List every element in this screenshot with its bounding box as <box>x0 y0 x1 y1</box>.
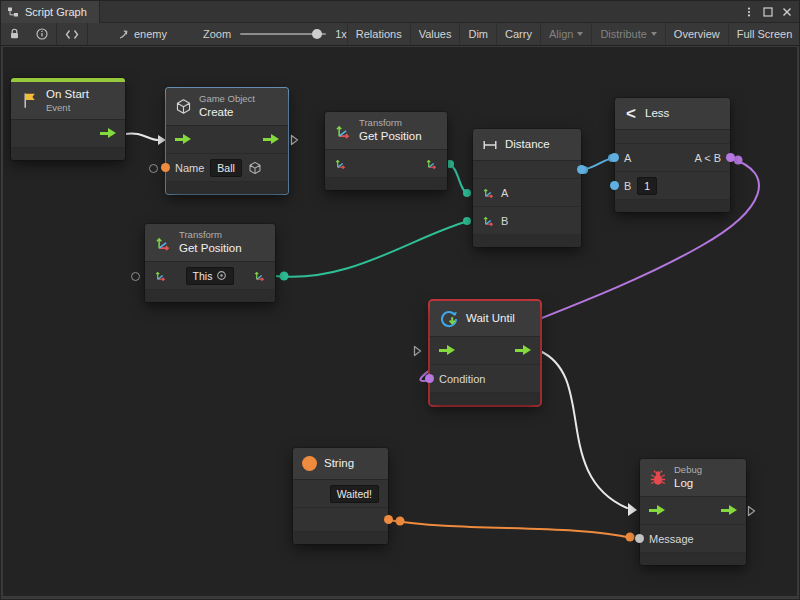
node-title: Get Position <box>359 129 422 143</box>
flow-input-port[interactable] <box>175 134 191 145</box>
distance-icon <box>482 137 498 153</box>
window-menu-icon[interactable] <box>744 7 754 17</box>
wire-endpoint <box>463 189 471 197</box>
empty-flow-port-icon[interactable] <box>413 345 422 357</box>
carry-button[interactable]: Carry <box>496 23 540 45</box>
zoom-slider-handle[interactable] <box>312 29 322 39</box>
float-input-port-a[interactable] <box>610 153 619 162</box>
node-header: Transform Get Position <box>325 112 447 150</box>
lock-button[interactable] <box>1 23 28 45</box>
vector-input-port-icon[interactable] <box>154 269 167 282</box>
node-wait-until[interactable]: Wait Until Condition <box>430 301 540 405</box>
output-label: A < B <box>694 152 721 164</box>
port-row-a: A A < B <box>615 144 730 172</box>
graph-canvas[interactable]: On Start Event Game Object Create <box>3 47 797 596</box>
empty-flow-port-icon[interactable] <box>290 134 299 146</box>
vector-input-port-icon[interactable] <box>334 157 347 170</box>
empty-value-port[interactable] <box>149 164 158 173</box>
zoom-slider[interactable] <box>240 33 326 35</box>
float-input-port-b[interactable] <box>610 181 619 190</box>
port-label: Condition <box>439 373 485 385</box>
node-header: Wait Until <box>430 301 540 337</box>
close-icon[interactable] <box>782 7 792 17</box>
flow-output-port[interactable] <box>100 128 116 139</box>
node-footer <box>325 178 447 190</box>
values-button[interactable]: Values <box>410 23 460 45</box>
node-get-position-a[interactable]: Transform Get Position <box>325 112 447 190</box>
relations-button[interactable]: Relations <box>347 23 410 45</box>
string-value-field[interactable]: Waited! <box>330 485 379 503</box>
node-distance[interactable]: Distance A B <box>473 129 581 247</box>
port-row-b: B 1 <box>615 172 730 200</box>
node-footer <box>430 393 540 405</box>
dropdown-caret-icon <box>651 32 657 36</box>
node-category: Game Object <box>199 93 255 105</box>
name-field[interactable]: Ball <box>210 159 242 177</box>
message-input-port[interactable] <box>635 534 644 543</box>
unity-window: Script Graph enemy Zoom 1x Relatio <box>0 0 800 600</box>
maximize-icon[interactable] <box>763 7 773 17</box>
empty-flow-port-icon[interactable] <box>747 505 756 517</box>
distribute-button[interactable]: Distribute <box>591 23 664 45</box>
flow-input-port[interactable] <box>439 345 455 356</box>
flag-icon <box>20 91 39 110</box>
wire-getposition-distance-b[interactable] <box>275 221 469 277</box>
node-footer <box>145 290 275 302</box>
bool-output-port[interactable] <box>726 153 735 162</box>
node-title: Log <box>674 476 702 490</box>
transform-icon <box>154 234 172 252</box>
dim-button[interactable]: Dim <box>459 23 496 45</box>
port-row-name: Name Ball <box>166 154 288 182</box>
port-row-a: A <box>473 179 581 207</box>
vector-input-port-icon[interactable] <box>482 214 495 227</box>
string-input-port[interactable] <box>161 163 170 172</box>
tab-script-graph[interactable]: Script Graph <box>1 1 100 23</box>
node-header: Distance <box>473 129 581 161</box>
node-title: Wait Until <box>466 311 515 325</box>
object-picker-icon[interactable] <box>216 270 227 281</box>
node-get-position-b[interactable]: Transform Get Position This <box>145 224 275 302</box>
flow-input-port[interactable] <box>649 505 665 516</box>
flow-output-port[interactable] <box>263 134 279 145</box>
node-on-start[interactable]: On Start Event <box>11 78 125 160</box>
graph-breadcrumb[interactable]: enemy <box>110 23 175 45</box>
zoom-label: Zoom <box>203 28 231 40</box>
bool-input-port[interactable] <box>425 374 434 383</box>
float-output-port[interactable] <box>577 165 586 174</box>
vector-output-port-icon[interactable] <box>253 269 266 282</box>
node-create-game-object[interactable]: Game Object Create Name Ball <box>166 88 288 194</box>
node-debug-log[interactable]: Debug Log Message <box>640 459 746 565</box>
align-button[interactable]: Align <box>540 23 591 45</box>
wire-string-log[interactable] <box>388 520 632 538</box>
graph-toolbar: enemy Zoom 1x Relations Values Dim Carry… <box>1 23 799 46</box>
vector-input-port-icon[interactable] <box>482 186 495 199</box>
node-title: Distance <box>505 137 550 151</box>
wire-endpoint <box>446 160 454 168</box>
node-header: String <box>293 448 388 480</box>
node-footer <box>11 148 125 160</box>
window-controls <box>744 7 799 17</box>
overview-button[interactable]: Overview <box>665 23 728 45</box>
full-screen-button[interactable]: Full Screen <box>728 23 800 45</box>
wire-onstart-create[interactable] <box>125 133 158 140</box>
node-header: < Less <box>615 98 730 130</box>
inspect-button[interactable] <box>28 23 56 45</box>
edit-script-button[interactable] <box>57 23 87 45</box>
node-title: On Start <box>46 87 89 101</box>
empty-value-port[interactable] <box>131 272 140 281</box>
node-category: Debug <box>674 464 702 476</box>
flow-output-port[interactable] <box>515 345 531 356</box>
node-less[interactable]: < Less A A < B B 1 <box>615 98 730 212</box>
wire-waituntil-log[interactable] <box>540 351 627 508</box>
port-row <box>325 150 447 178</box>
string-output-port[interactable] <box>384 515 393 524</box>
spacer-row <box>615 130 730 144</box>
b-value-field[interactable]: 1 <box>637 177 657 195</box>
node-footer <box>473 235 581 247</box>
vector-output-port-icon[interactable] <box>425 157 438 170</box>
wire-getposition-distance-a[interactable] <box>447 164 468 193</box>
target-field[interactable]: This <box>186 267 235 285</box>
flow-output-port[interactable] <box>721 505 737 516</box>
node-string[interactable]: String Waited! <box>293 448 388 544</box>
port-label: A <box>624 152 631 164</box>
